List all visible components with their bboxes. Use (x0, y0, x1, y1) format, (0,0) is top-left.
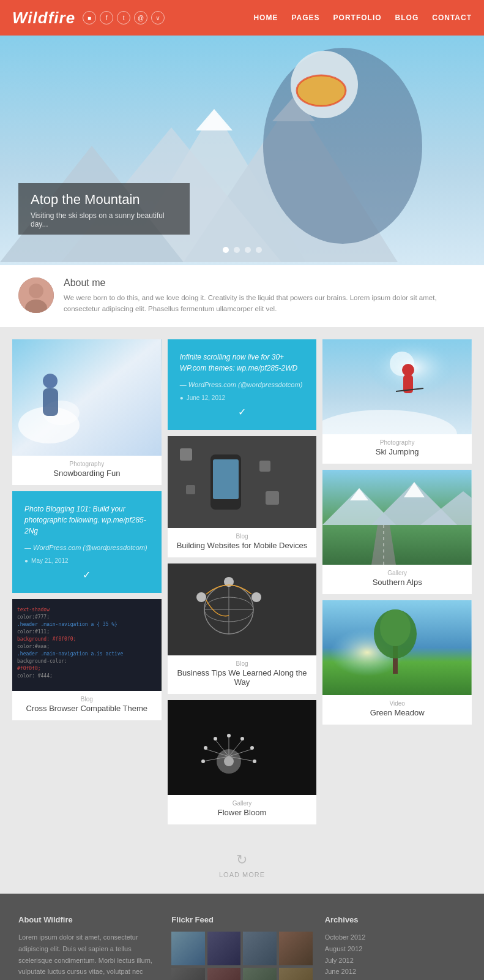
twitter1-author: — WordPress.com (@wordpressdotcom) (180, 380, 305, 390)
flickr-thumb-3[interactable] (243, 932, 277, 965)
card-snowboarding[interactable]: Photography Snowboarding Fun (12, 339, 162, 485)
footer-archives: Archives October 2012 August 2012 July 2… (325, 915, 466, 980)
nav-home[interactable]: HOME (253, 13, 278, 22)
skiing-title: Ski Jumping (322, 446, 472, 464)
svg-point-56 (214, 737, 217, 741)
card-business[interactable]: Blog Business Tips We Learned Along the … (168, 564, 317, 694)
snowboard-title: Snowboarding Fun (12, 467, 162, 485)
svg-point-42 (196, 592, 206, 602)
footer-about-text: Lorem ipsum dolor sit amet, consectetur … (18, 932, 159, 980)
svg-point-60 (250, 746, 254, 750)
svg-point-47 (224, 756, 234, 766)
svg-text:text-shadow: text-shadow (17, 607, 50, 612)
nav-contact[interactable]: CONTACT (432, 13, 472, 22)
flickr-thumb-5[interactable] (171, 968, 205, 980)
avatar-svg (18, 277, 54, 313)
email-icon[interactable]: @ (134, 11, 147, 24)
svg-rect-35 (186, 485, 195, 494)
svg-point-59 (240, 737, 244, 741)
card-skiing[interactable]: Photography Ski Jumping (322, 339, 472, 464)
svg-point-58 (201, 760, 205, 763)
alps-label: Gallery (322, 565, 472, 576)
twitter1-date: ● June 12, 2012 (180, 394, 305, 401)
svg-point-55 (227, 734, 231, 737)
header: Wildfire ■ f t @ v HOME PAGES PORTFOLIO … (0, 0, 484, 36)
archive-aug2012[interactable]: August 2012 (325, 943, 466, 955)
twitter2-author: — WordPress.com (@wordpressdotcom) (24, 543, 149, 553)
business-img (168, 564, 317, 655)
grid-section: Photography Snowboarding Fun Photo Blogg… (0, 327, 484, 837)
svg-text:.header .main-navigation a.is : .header .main-navigation a.is active (17, 651, 124, 657)
hero-section: Atop the Mountain Visiting the ski slops… (0, 36, 484, 265)
svg-point-66 (402, 364, 414, 376)
card-flower[interactable]: Gallery Flower Bloom (168, 700, 317, 824)
hero-dot-3[interactable] (245, 247, 251, 253)
footer: About Wildfire Lorem ipsum dolor sit ame… (0, 894, 484, 980)
nav-portfolio[interactable]: PORTFOLIO (333, 13, 382, 22)
twitter1-bird-icon: ✓ (180, 406, 305, 418)
hero-dot-2[interactable] (234, 247, 240, 253)
twitter-card-1[interactable]: Infinite scrolling now live for 30+ WP.c… (168, 339, 317, 431)
svg-rect-32 (213, 459, 239, 499)
svg-point-18 (43, 374, 58, 388)
svg-text:color: #444;: color: #444; (17, 673, 53, 679)
hero-title: Atop the Mountain (31, 192, 177, 208)
rss-icon[interactable]: ■ (83, 11, 96, 24)
crossbrowser-title: Cross Browser Compatible Theme (12, 703, 162, 720)
archive-jul2012[interactable]: July 2012 (325, 955, 466, 967)
meadow-label: Video (322, 695, 472, 707)
nav-pages[interactable]: PAGES (291, 13, 319, 22)
svg-point-61 (253, 760, 256, 763)
footer-flickr: Flickr Feed (171, 915, 312, 980)
header-social-icons: ■ f t @ v (83, 11, 165, 24)
business-label: Blog (168, 655, 317, 667)
twitter1-text: Infinite scrolling now live for 30+ WP.c… (180, 352, 305, 374)
load-more-button[interactable]: ↻ LOAD MORE (219, 852, 265, 878)
flickr-thumb-1[interactable] (171, 932, 205, 965)
card-mobile[interactable]: Blog Building Websites for Mobile Device… (168, 436, 317, 557)
flickr-thumb-7[interactable] (243, 968, 277, 980)
svg-rect-36 (266, 491, 279, 505)
archive-oct2012[interactable]: October 2012 (325, 932, 466, 943)
card-meadow[interactable]: Video Green Meadow (322, 600, 472, 725)
alps-title: Southern Alps (322, 576, 472, 594)
vimeo-icon[interactable]: v (151, 11, 165, 24)
archive-jun2012[interactable]: June 2012 (325, 966, 466, 978)
about-text: About me We were born to do this, and we… (64, 277, 466, 315)
code-img: text-shadow color:#777; .header .main-na… (12, 599, 162, 691)
svg-text:#f0f0f0;: #f0f0f0; (17, 666, 41, 671)
mobile-label: Blog (168, 528, 317, 540)
footer-about: About Wildfire Lorem ipsum dolor sit ame… (18, 915, 159, 980)
svg-text:color:#777;: color:#777; (17, 614, 50, 620)
flickr-thumb-6[interactable] (207, 968, 241, 980)
crossbrowser-label: Blog (12, 691, 162, 703)
refresh-icon: ↻ (236, 852, 248, 868)
card-crossbrowser[interactable]: text-shadow color:#777; .header .main-na… (12, 599, 162, 720)
flower-label: Gallery (168, 795, 317, 807)
svg-point-43 (251, 592, 261, 602)
twitter2-bird-icon: ✓ (24, 569, 149, 581)
flickr-thumb-2[interactable] (207, 932, 241, 965)
twitter-card-2[interactable]: Photo Blogging 101: Build your photograp… (12, 491, 162, 594)
twitter2-date: ● May 21, 2012 (24, 557, 149, 564)
logo[interactable]: Wildfire (12, 9, 75, 28)
hero-subtitle: Visiting the ski slops on a sunny beauti… (31, 211, 177, 228)
card-alps[interactable]: Gallery Southern Alps (322, 470, 472, 594)
svg-rect-34 (259, 461, 270, 472)
flickr-thumb-8[interactable] (279, 968, 313, 980)
hero-dot-1[interactable] (223, 247, 229, 253)
flickr-thumb-4[interactable] (279, 932, 313, 965)
hero-dots (223, 247, 262, 253)
footer-flickr-heading: Flickr Feed (171, 915, 312, 924)
mobile-title: Building Websites for Mobile Devices (168, 540, 317, 557)
flower-img (168, 700, 317, 795)
about-heading: About me (64, 277, 466, 288)
facebook-icon[interactable]: f (100, 11, 113, 24)
business-title: Business Tips We Learned Along the Way (168, 667, 317, 694)
masonry-grid: Photography Snowboarding Fun Photo Blogg… (12, 339, 472, 825)
svg-text:color:#111;: color:#111; (17, 629, 50, 635)
nav-blog[interactable]: BLOG (395, 13, 419, 22)
twitter-icon[interactable]: t (117, 11, 130, 24)
flickr-grid (171, 932, 312, 980)
hero-dot-4[interactable] (256, 247, 262, 253)
